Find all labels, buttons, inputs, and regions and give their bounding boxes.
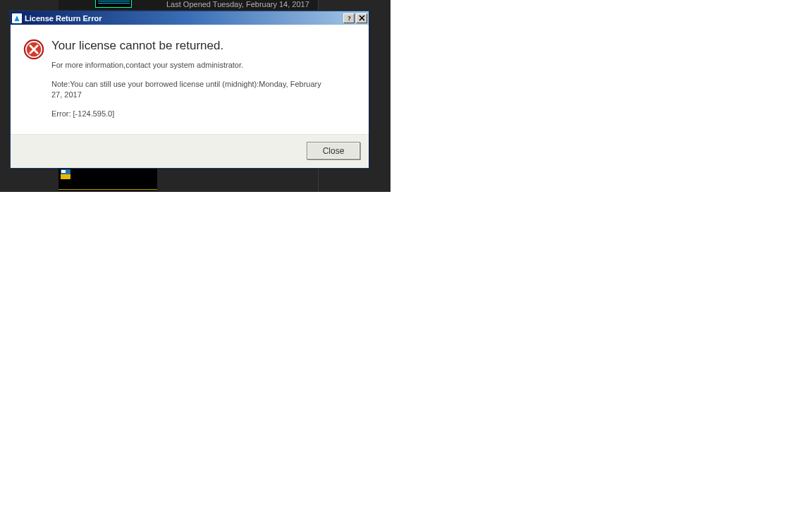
help-button[interactable]: ? bbox=[343, 13, 355, 23]
close-button-label: Close bbox=[323, 146, 345, 156]
dialog-footer: Close bbox=[11, 134, 369, 168]
file-thumbnail-2[interactable] bbox=[59, 167, 157, 190]
error-icon bbox=[23, 39, 44, 63]
close-button[interactable]: Close bbox=[307, 142, 360, 159]
last-opened-text: Last Opened Tuesday, February 14, 2017 bbox=[166, 0, 309, 8]
svg-rect-1 bbox=[61, 174, 70, 179]
app-icon bbox=[12, 13, 22, 23]
dialog-body: Your license cannot be returned. For mor… bbox=[11, 25, 369, 134]
error-note: Note:You can still use your borrowed lic… bbox=[51, 79, 333, 100]
error-code: Error: [-124.595.0] bbox=[51, 109, 333, 119]
file-icon bbox=[61, 169, 70, 179]
svg-text:?: ? bbox=[347, 15, 351, 21]
svg-rect-2 bbox=[61, 170, 66, 173]
dialog-title: License Return Error bbox=[25, 14, 102, 23]
license-error-dialog: License Return Error ? Your license cann… bbox=[10, 11, 369, 169]
thumbnail-content bbox=[98, 1, 130, 4]
error-info: For more information,contact your system… bbox=[51, 60, 333, 71]
thumbnail-underline bbox=[59, 189, 157, 190]
error-heading: Your license cannot be returned. bbox=[51, 39, 356, 53]
close-window-button[interactable] bbox=[356, 13, 367, 23]
dialog-titlebar[interactable]: License Return Error ? bbox=[11, 11, 369, 25]
